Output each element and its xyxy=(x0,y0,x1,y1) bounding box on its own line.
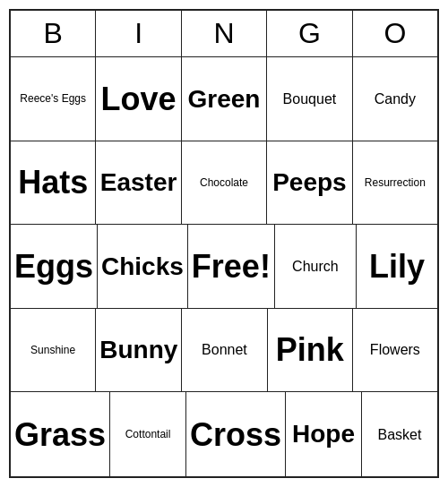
bingo-cell-2-1: Chicks xyxy=(98,225,188,309)
bingo-cell-1-3: Peeps xyxy=(267,141,352,226)
bingo-cell-2-4: Lily xyxy=(357,225,437,309)
bingo-cell-4-0: Grass xyxy=(11,392,110,476)
bingo-cell-3-3: Pink xyxy=(268,309,353,393)
bingo-cell-3-1: Bunny xyxy=(96,309,182,393)
bingo-card: BINGO Reece's EggsLoveGreenBouquetCandyH… xyxy=(9,9,439,478)
bingo-cell-4-4: Basket xyxy=(362,392,437,476)
bingo-row-3: SunshineBunnyBonnetPinkFlowers xyxy=(11,309,437,393)
bingo-cell-3-2: Bonnet xyxy=(182,309,267,393)
header-letter-I: I xyxy=(96,11,181,57)
bingo-cell-4-3: Hope xyxy=(286,392,362,476)
bingo-cell-2-2: Free! xyxy=(188,225,275,309)
bingo-cell-2-3: Church xyxy=(275,225,357,309)
bingo-row-2: EggsChicksFree!ChurchLily xyxy=(11,225,437,309)
bingo-cell-1-1: Easter xyxy=(96,141,181,226)
bingo-cell-3-4: Flowers xyxy=(353,309,437,393)
bingo-row-1: HatsEasterChocolatePeepsResurrection xyxy=(11,141,437,226)
bingo-cell-3-0: Sunshine xyxy=(11,309,96,393)
bingo-cell-1-0: Hats xyxy=(11,141,96,226)
bingo-header: BINGO xyxy=(11,11,437,57)
header-letter-O: O xyxy=(353,11,437,57)
bingo-cell-0-2: Green xyxy=(182,57,267,141)
bingo-row-0: Reece's EggsLoveGreenBouquetCandy xyxy=(11,57,437,141)
bingo-cell-0-3: Bouquet xyxy=(267,57,352,141)
header-letter-N: N xyxy=(182,11,267,57)
bingo-row-4: GrassCottontailCrossHopeBasket xyxy=(11,392,437,476)
bingo-grid: Reece's EggsLoveGreenBouquetCandyHatsEas… xyxy=(11,57,437,476)
bingo-cell-0-0: Reece's Eggs xyxy=(11,57,96,141)
bingo-cell-1-2: Chocolate xyxy=(182,141,267,226)
bingo-cell-2-0: Eggs xyxy=(11,225,98,309)
bingo-cell-4-1: Cottontail xyxy=(110,392,186,476)
header-letter-G: G xyxy=(267,11,352,57)
header-letter-B: B xyxy=(11,11,96,57)
bingo-cell-0-4: Candy xyxy=(353,57,437,141)
bingo-cell-1-4: Resurrection xyxy=(353,141,437,226)
bingo-cell-0-1: Love xyxy=(96,57,181,141)
bingo-cell-4-2: Cross xyxy=(186,392,286,476)
